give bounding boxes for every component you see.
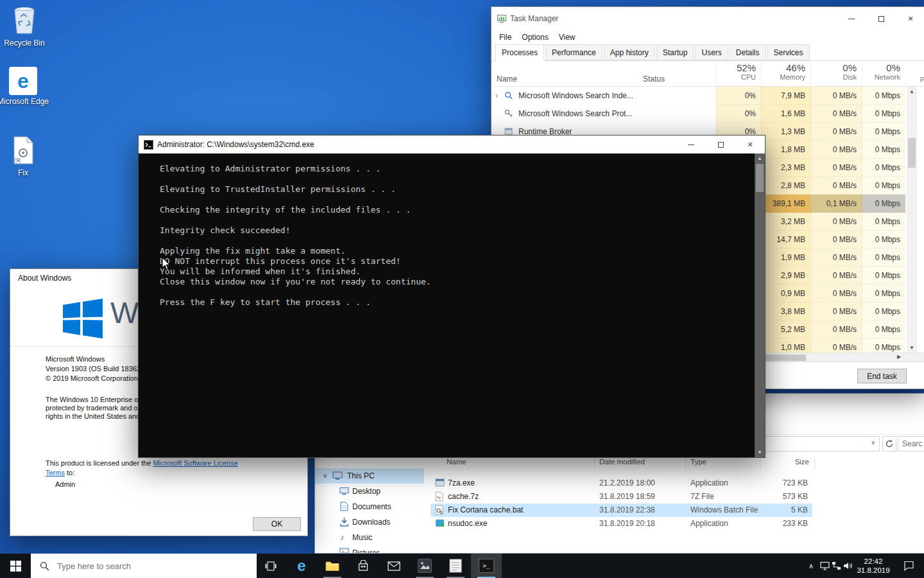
scroll-up-icon[interactable]: ▲: [755, 155, 765, 161]
taskbar-store[interactable]: [348, 554, 379, 578]
scrollbar-thumb[interactable]: [908, 138, 916, 168]
col-network[interactable]: 0%Network: [862, 62, 905, 85]
explorer-search-input[interactable]: [898, 437, 924, 451]
maximize-button[interactable]: [866, 7, 896, 30]
tray-show-hidden-icons[interactable]: ∧: [803, 554, 819, 578]
sidebar-item-desktop[interactable]: Desktop: [315, 484, 424, 499]
menu-file[interactable]: File: [494, 33, 517, 42]
minimize-button[interactable]: [676, 136, 706, 153]
scroll-right-icon[interactable]: ▶: [897, 354, 901, 360]
tree-expand-icon[interactable]: ∨: [323, 468, 327, 484]
column-header-name[interactable]: Name: [447, 458, 466, 466]
taskbar-edge[interactable]: e: [286, 554, 317, 578]
taskbar-app-2[interactable]: [440, 554, 471, 578]
vertical-scrollbar[interactable]: ▲▼: [907, 87, 917, 353]
column-header-size[interactable]: Size: [761, 458, 809, 466]
task-view-button[interactable]: [257, 554, 285, 578]
about-text: rights in the United States and: [46, 412, 140, 420]
start-windows-icon: [10, 561, 21, 572]
refresh-icon: [885, 439, 894, 448]
tray-display[interactable]: [819, 554, 830, 578]
file-type: 7Z File: [690, 490, 714, 504]
license-terms-link[interactable]: Terms: [46, 469, 65, 477]
tab-users[interactable]: Users: [695, 44, 728, 60]
taskbar-cmd[interactable]: >_: [471, 554, 502, 578]
col-cpu[interactable]: 52%CPU: [716, 62, 761, 85]
cmd-titlebar[interactable]: Administrator: C:\Windows\system32\cmd.e…: [139, 136, 765, 153]
display-icon: [820, 561, 830, 570]
network-cell: 0 Mbps: [862, 177, 905, 195]
col-disk[interactable]: 0%Disk: [810, 62, 862, 85]
volume-icon: [843, 561, 853, 570]
file-row[interactable]: 7za.exe21.2.2019 18:00Application723 KB: [431, 477, 812, 490]
column-header-type[interactable]: Type: [690, 458, 706, 466]
cpu-cell: 0%: [716, 105, 761, 123]
process-row[interactable]: Microsoft Windows Search Prot... 0% 1,6 …: [492, 105, 905, 123]
menu-view[interactable]: View: [554, 33, 581, 42]
desktop-icon-fix[interactable]: Fix: [0, 136, 50, 177]
file-row[interactable]: 7z cache.7z31.8.2019 18:597Z File573 KB: [431, 490, 812, 504]
sidebar-item-downloads[interactable]: Downloads: [315, 514, 424, 530]
license-line: This product is licensed under the Micro…: [46, 459, 238, 467]
sidebar-item-this-pc[interactable]: ∨ This PC: [315, 468, 424, 484]
taskbar-search-box[interactable]: [31, 554, 257, 578]
minimize-button[interactable]: [837, 7, 866, 30]
maximize-button[interactable]: [706, 136, 735, 153]
windows-flag-logo: [63, 299, 103, 338]
svg-text:7z: 7z: [437, 496, 441, 500]
tab-performance[interactable]: Performance: [545, 44, 603, 60]
tab-services[interactable]: Services: [767, 44, 810, 60]
task-manager-titlebar[interactable]: Task Manager ✕: [492, 7, 924, 30]
col-status[interactable]: Status: [643, 74, 665, 83]
file-row[interactable]: nsudoc.exe31.8.2019 20:18Application233 …: [431, 517, 812, 530]
scroll-down-icon[interactable]: ▼: [755, 450, 765, 455]
key-process-icon: [504, 109, 513, 118]
refresh-button[interactable]: [882, 436, 896, 451]
desktop-icon-edge[interactable]: e Microsoft Edge: [0, 67, 50, 106]
address-dropdown-icon[interactable]: ∨: [871, 439, 875, 446]
about-text: © 2019 Microsoft Corporation.: [46, 374, 140, 382]
column-header-date-modified[interactable]: Date modified: [599, 458, 645, 466]
tab-details[interactable]: Details: [730, 44, 766, 60]
sidebar-item-documents[interactable]: Documents: [315, 499, 424, 514]
close-button[interactable]: ✕: [896, 7, 924, 30]
col-name[interactable]: Name: [497, 74, 517, 83]
console-output: Elevating to Administrator permissions .…: [160, 164, 431, 308]
header-separator: [685, 459, 686, 469]
downloads-icon: [339, 517, 349, 527]
taskbar-app-1[interactable]: [409, 554, 440, 578]
sidebar-item-pictures[interactable]: Pictures: [315, 545, 424, 554]
tab-app-history[interactable]: App history: [604, 44, 655, 60]
memory-cell: 2,8 MB: [761, 177, 810, 195]
tray-network[interactable]: [830, 554, 842, 578]
desktop-icon-label: Recycle Bin: [0, 39, 51, 48]
taskbar-clock[interactable]: 22:42 31.8.2019: [852, 557, 894, 575]
sidebar-item-music[interactable]: ♪ Music: [315, 530, 424, 545]
file-row-selected[interactable]: Fix Cortana cache.bat31.8.2019 22:38Wind…: [431, 504, 812, 517]
process-row[interactable]: ›Microsoft Windows Search Inde... 0% 7,9…: [492, 87, 905, 105]
col-memory[interactable]: 46%Memory: [761, 62, 810, 85]
console-scrollbar[interactable]: ▲▼: [755, 153, 765, 457]
network-cell: 0 Mbps: [862, 141, 905, 159]
ok-button[interactable]: OK: [253, 517, 301, 531]
license-terms-link[interactable]: Microsoft Software License: [153, 459, 238, 467]
end-task-button[interactable]: End task: [857, 369, 907, 383]
disk-cell: 0,1 MB/s: [810, 195, 862, 213]
scroll-up-icon[interactable]: ▲: [907, 89, 917, 94]
desktop-icon-recycle-bin[interactable]: Recycle Bin: [0, 5, 51, 48]
tab-startup[interactable]: Startup: [656, 44, 694, 60]
scrollbar-thumb[interactable]: [756, 164, 764, 192]
close-button[interactable]: ✕: [735, 136, 765, 153]
menu-options[interactable]: Options: [517, 33, 553, 42]
expand-chevron-icon[interactable]: ›: [495, 87, 498, 105]
taskbar-search-input[interactable]: [57, 561, 237, 571]
taskbar-mail[interactable]: [379, 554, 409, 578]
task-manager-icon: [497, 14, 506, 23]
scroll-down-icon[interactable]: ▼: [907, 345, 917, 351]
taskbar-file-explorer[interactable]: [317, 554, 348, 578]
disk-cell: 0 MB/s: [810, 141, 862, 159]
action-center-button[interactable]: [896, 554, 921, 578]
start-button[interactable]: [0, 554, 31, 578]
tab-processes[interactable]: Processes: [495, 44, 544, 61]
explorer-search-box[interactable]: [898, 436, 924, 451]
